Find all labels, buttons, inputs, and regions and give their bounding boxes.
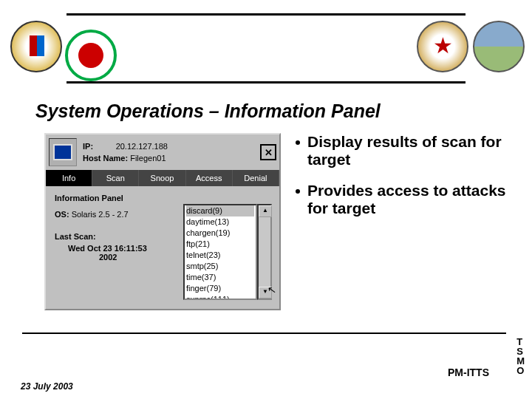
panel-header: IP: 20.12.127.188 Host Name: Filegen01 ✕ (46, 134, 279, 170)
list-item[interactable]: daytime(13) (186, 216, 254, 228)
cursor-icon: ↖ (267, 283, 278, 296)
list-item[interactable]: ftp(21) (186, 239, 254, 250)
list-item[interactable]: sunrpc(111) (186, 294, 254, 300)
bullet-dot-icon (296, 140, 300, 145)
list-item[interactable]: discard(9) (186, 205, 254, 216)
hostname-value: Filegen01 (130, 154, 166, 163)
bullet-text: Provides access to attacks for target (307, 182, 510, 217)
header-rule-bottom (66, 81, 466, 83)
tab-bar: Info Scan Snoop Access Denial (46, 170, 279, 186)
bullet-dot-icon (296, 189, 300, 194)
tsmo-acronym: T S M O (516, 337, 525, 375)
tab-access[interactable]: Access (186, 170, 233, 186)
logo-awsim-icon (65, 30, 117, 81)
tab-snoop[interactable]: Snoop (139, 170, 185, 186)
scroll-up-button[interactable]: ▲ (259, 205, 272, 217)
list-item[interactable]: chargen(19) (186, 228, 254, 239)
footer-date: 23 July 2003 (21, 381, 73, 392)
logo-shield-icon (10, 21, 62, 72)
logo-star-icon (417, 21, 468, 72)
list-item[interactable]: telnet(23) (186, 250, 254, 261)
ip-value: 20.12.127.188 (116, 142, 168, 151)
tab-scan[interactable]: Scan (92, 170, 139, 186)
bullet-text: Display results of scan for target (307, 133, 510, 168)
close-button[interactable]: ✕ (260, 144, 276, 160)
services-listbox[interactable]: discard(9) daytime(13) chargen(19) ftp(2… (183, 204, 257, 300)
tab-denial[interactable]: Denial (233, 170, 279, 186)
bullet-item: Provides access to attacks for target (296, 182, 510, 217)
os-label: OS: (55, 210, 69, 219)
list-item[interactable]: finger(79) (186, 283, 254, 294)
logo-pm-itts-icon (473, 21, 525, 72)
info-panel-window: IP: 20.12.127.188 Host Name: Filegen01 ✕… (44, 133, 281, 310)
os-value: Solaris 2.5 - 2.7 (72, 210, 129, 219)
bullet-item: Display results of scan for target (296, 133, 510, 168)
monitor-icon (49, 138, 77, 166)
footer-rule (22, 332, 506, 334)
footer-pm-itts: PM-ITTS (448, 366, 489, 378)
header-rule-top (66, 13, 466, 16)
tab-info[interactable]: Info (46, 170, 92, 186)
list-item[interactable]: time(37) (186, 272, 254, 283)
services-list-wrap: discard(9) daytime(13) chargen(19) ftp(2… (183, 204, 272, 297)
info-panel-title: Information Panel (55, 194, 270, 202)
host-info: IP: 20.12.127.188 Host Name: Filegen01 (83, 140, 168, 165)
list-item[interactable]: smtp(25) (186, 261, 254, 272)
hostname-label: Host Name: (83, 154, 128, 163)
bullet-list: Display results of scan for target Provi… (296, 133, 510, 231)
page-title: System Operations – Information Panel (35, 100, 381, 122)
ip-label: IP: (83, 142, 93, 151)
